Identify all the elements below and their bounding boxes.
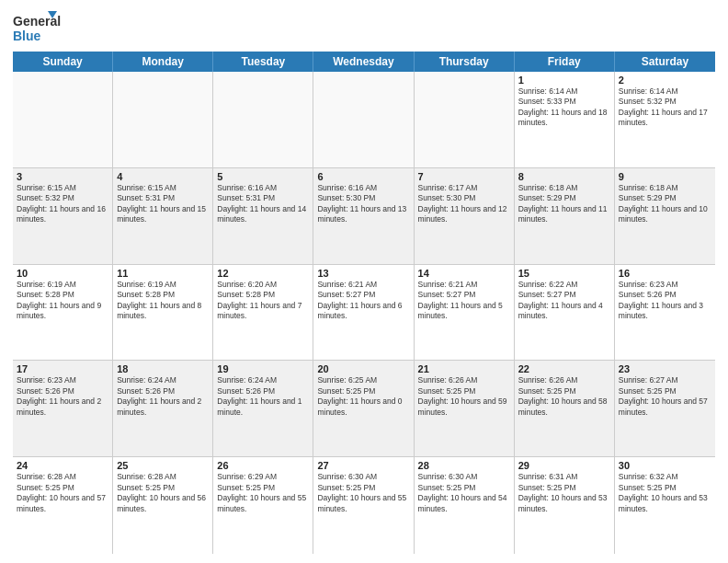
day-number: 4 [117, 171, 209, 182]
cal-cell: 22Sunrise: 6:26 AM Sunset: 5:25 PM Dayli… [515, 361, 615, 456]
day-number: 19 [217, 363, 309, 374]
cal-cell: 28Sunrise: 6:30 AM Sunset: 5:25 PM Dayli… [415, 457, 515, 554]
day-info: Sunrise: 6:18 AM Sunset: 5:29 PM Dayligh… [518, 183, 610, 225]
day-number: 22 [518, 363, 610, 374]
calendar-row-2: 3Sunrise: 6:15 AM Sunset: 5:32 PM Daylig… [13, 168, 715, 265]
cal-cell: 17Sunrise: 6:23 AM Sunset: 5:26 PM Dayli… [13, 361, 113, 456]
cal-cell [213, 72, 313, 167]
day-info: Sunrise: 6:26 AM Sunset: 5:25 PM Dayligh… [518, 375, 610, 418]
day-number: 26 [217, 460, 309, 471]
cal-cell: 8Sunrise: 6:18 AM Sunset: 5:29 PM Daylig… [515, 168, 615, 264]
day-number: 3 [17, 171, 108, 182]
day-number: 24 [17, 460, 108, 471]
day-number: 12 [217, 268, 309, 279]
day-number: 10 [17, 268, 108, 279]
day-info: Sunrise: 6:23 AM Sunset: 5:26 PM Dayligh… [17, 375, 108, 418]
day-number: 7 [418, 171, 510, 182]
cal-cell: 3Sunrise: 6:15 AM Sunset: 5:32 PM Daylig… [13, 168, 113, 264]
day-info: Sunrise: 6:16 AM Sunset: 5:31 PM Dayligh… [217, 183, 309, 225]
calendar-header: SundayMondayTuesdayWednesdayThursdayFrid… [13, 52, 715, 72]
header: GeneralBlue [13, 9, 715, 48]
cal-cell: 27Sunrise: 6:30 AM Sunset: 5:25 PM Dayli… [313, 457, 414, 554]
day-info: Sunrise: 6:25 AM Sunset: 5:25 PM Dayligh… [317, 375, 409, 418]
cal-cell [415, 72, 515, 167]
day-info: Sunrise: 6:31 AM Sunset: 5:25 PM Dayligh… [518, 472, 610, 514]
day-number: 17 [17, 363, 108, 374]
day-info: Sunrise: 6:16 AM Sunset: 5:30 PM Dayligh… [317, 183, 409, 225]
cal-cell: 21Sunrise: 6:26 AM Sunset: 5:25 PM Dayli… [415, 361, 515, 456]
header-cell-tuesday: Tuesday [213, 52, 313, 72]
day-info: Sunrise: 6:24 AM Sunset: 5:26 PM Dayligh… [117, 375, 209, 418]
day-info: Sunrise: 6:18 AM Sunset: 5:29 PM Dayligh… [619, 183, 711, 225]
day-info: Sunrise: 6:15 AM Sunset: 5:31 PM Dayligh… [117, 183, 209, 225]
day-number: 9 [619, 171, 711, 182]
day-info: Sunrise: 6:30 AM Sunset: 5:25 PM Dayligh… [317, 472, 409, 514]
day-number: 8 [518, 171, 610, 182]
cal-cell: 11Sunrise: 6:19 AM Sunset: 5:28 PM Dayli… [113, 265, 213, 361]
day-info: Sunrise: 6:19 AM Sunset: 5:28 PM Dayligh… [117, 280, 209, 322]
cal-cell: 4Sunrise: 6:15 AM Sunset: 5:31 PM Daylig… [113, 168, 213, 264]
cal-cell: 16Sunrise: 6:23 AM Sunset: 5:26 PM Dayli… [615, 265, 715, 361]
day-number: 13 [317, 268, 409, 279]
day-info: Sunrise: 6:26 AM Sunset: 5:25 PM Dayligh… [418, 375, 510, 418]
cal-cell: 9Sunrise: 6:18 AM Sunset: 5:29 PM Daylig… [615, 168, 715, 264]
day-info: Sunrise: 6:28 AM Sunset: 5:25 PM Dayligh… [117, 472, 209, 514]
cal-cell: 29Sunrise: 6:31 AM Sunset: 5:25 PM Dayli… [515, 457, 615, 554]
calendar-body: 1Sunrise: 6:14 AM Sunset: 5:33 PM Daylig… [13, 72, 715, 554]
day-info: Sunrise: 6:23 AM Sunset: 5:26 PM Dayligh… [619, 280, 711, 322]
day-info: Sunrise: 6:28 AM Sunset: 5:25 PM Dayligh… [17, 472, 108, 514]
header-cell-wednesday: Wednesday [313, 52, 414, 72]
day-number: 18 [117, 363, 209, 374]
day-info: Sunrise: 6:27 AM Sunset: 5:25 PM Dayligh… [619, 375, 711, 418]
cal-cell: 26Sunrise: 6:29 AM Sunset: 5:25 PM Dayli… [213, 457, 313, 554]
cal-cell: 1Sunrise: 6:14 AM Sunset: 5:33 PM Daylig… [515, 72, 615, 167]
cal-cell [313, 72, 414, 167]
day-number: 16 [619, 268, 711, 279]
calendar-row-1: 1Sunrise: 6:14 AM Sunset: 5:33 PM Daylig… [13, 72, 715, 168]
cal-cell [13, 72, 113, 167]
header-cell-saturday: Saturday [615, 52, 715, 72]
logo: GeneralBlue [13, 9, 61, 48]
logo-svg: GeneralBlue [13, 9, 61, 48]
day-info: Sunrise: 6:21 AM Sunset: 5:27 PM Dayligh… [317, 280, 409, 322]
day-info: Sunrise: 6:22 AM Sunset: 5:27 PM Dayligh… [518, 280, 610, 322]
day-number: 2 [619, 75, 711, 86]
cal-cell: 25Sunrise: 6:28 AM Sunset: 5:25 PM Dayli… [113, 457, 213, 554]
calendar-row-4: 17Sunrise: 6:23 AM Sunset: 5:26 PM Dayli… [13, 361, 715, 457]
cal-cell: 13Sunrise: 6:21 AM Sunset: 5:27 PM Dayli… [313, 265, 414, 361]
day-info: Sunrise: 6:21 AM Sunset: 5:27 PM Dayligh… [418, 280, 510, 322]
header-cell-sunday: Sunday [13, 52, 113, 72]
cal-cell: 23Sunrise: 6:27 AM Sunset: 5:25 PM Dayli… [615, 361, 715, 456]
cal-cell: 6Sunrise: 6:16 AM Sunset: 5:30 PM Daylig… [313, 168, 414, 264]
day-number: 21 [418, 363, 510, 374]
cal-cell: 15Sunrise: 6:22 AM Sunset: 5:27 PM Dayli… [515, 265, 615, 361]
cal-cell: 24Sunrise: 6:28 AM Sunset: 5:25 PM Dayli… [13, 457, 113, 554]
cal-cell: 18Sunrise: 6:24 AM Sunset: 5:26 PM Dayli… [113, 361, 213, 456]
day-number: 15 [518, 268, 610, 279]
cal-cell: 20Sunrise: 6:25 AM Sunset: 5:25 PM Dayli… [313, 361, 414, 456]
header-cell-friday: Friday [515, 52, 615, 72]
header-cell-monday: Monday [113, 52, 213, 72]
calendar-row-3: 10Sunrise: 6:19 AM Sunset: 5:28 PM Dayli… [13, 265, 715, 362]
cal-cell: 7Sunrise: 6:17 AM Sunset: 5:30 PM Daylig… [415, 168, 515, 264]
day-number: 5 [217, 171, 309, 182]
cal-cell [113, 72, 213, 167]
cal-cell: 14Sunrise: 6:21 AM Sunset: 5:27 PM Dayli… [415, 265, 515, 361]
day-info: Sunrise: 6:20 AM Sunset: 5:28 PM Dayligh… [217, 280, 309, 322]
day-number: 1 [518, 75, 610, 86]
day-info: Sunrise: 6:30 AM Sunset: 5:25 PM Dayligh… [418, 472, 510, 514]
cal-cell: 5Sunrise: 6:16 AM Sunset: 5:31 PM Daylig… [213, 168, 313, 264]
cal-cell: 19Sunrise: 6:24 AM Sunset: 5:26 PM Dayli… [213, 361, 313, 456]
day-info: Sunrise: 6:14 AM Sunset: 5:33 PM Dayligh… [518, 86, 610, 129]
day-number: 23 [619, 363, 711, 374]
day-info: Sunrise: 6:32 AM Sunset: 5:25 PM Dayligh… [619, 472, 711, 514]
day-number: 6 [317, 171, 409, 182]
day-number: 11 [117, 268, 209, 279]
calendar-row-5: 24Sunrise: 6:28 AM Sunset: 5:25 PM Dayli… [13, 457, 715, 554]
day-info: Sunrise: 6:29 AM Sunset: 5:25 PM Dayligh… [217, 472, 309, 514]
day-info: Sunrise: 6:14 AM Sunset: 5:32 PM Dayligh… [619, 86, 711, 129]
cal-cell: 10Sunrise: 6:19 AM Sunset: 5:28 PM Dayli… [13, 265, 113, 361]
cal-cell: 12Sunrise: 6:20 AM Sunset: 5:28 PM Dayli… [213, 265, 313, 361]
day-info: Sunrise: 6:19 AM Sunset: 5:28 PM Dayligh… [17, 280, 108, 322]
day-number: 25 [117, 460, 209, 471]
